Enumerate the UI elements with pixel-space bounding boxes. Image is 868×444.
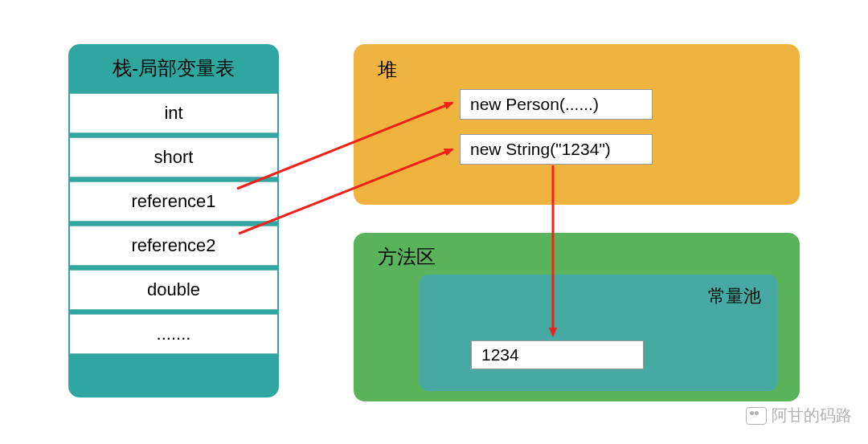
heap-object: new Person(......) (460, 89, 653, 120)
heap-title: 堆 (355, 46, 798, 89)
stack-title: 栈-局部变量表 (70, 46, 277, 89)
method-area-title: 方法区 (355, 234, 798, 275)
stack-row: short (70, 137, 277, 177)
watermark-text: 阿甘的码路 (772, 405, 852, 426)
diagram-canvas: 栈-局部变量表 int short reference1 reference2 … (0, 0, 868, 444)
constant-pool-value: 1234 (471, 340, 644, 369)
watermark: 阿甘的码路 (746, 405, 852, 426)
method-area-region: 方法区 常量池 1234 (354, 233, 800, 401)
stack-row: ....... (70, 314, 277, 354)
constant-pool-title: 常量池 (708, 284, 761, 308)
stack-row: int (70, 93, 277, 133)
stack-region: 栈-局部变量表 int short reference1 reference2 … (68, 44, 279, 397)
stack-row: reference2 (70, 226, 277, 266)
constant-pool-region: 常量池 1234 (420, 275, 777, 391)
stack-row: double (70, 270, 277, 310)
heap-object: new String("1234") (460, 134, 653, 165)
heap-region: 堆 new Person(......) new String("1234") (354, 44, 800, 205)
stack-row: reference1 (70, 181, 277, 222)
wechat-icon (746, 407, 767, 425)
